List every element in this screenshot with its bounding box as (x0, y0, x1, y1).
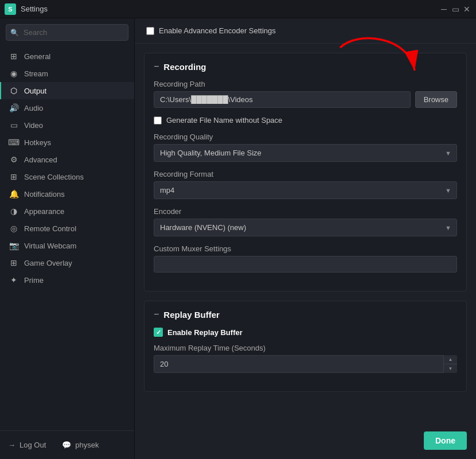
replay-buffer-section-header: − Replay Buffer (154, 309, 457, 320)
audio-icon: 🔊 (9, 103, 18, 112)
custom-muxer-label: Custom Muxer Settings (154, 244, 457, 253)
virtual-webcam-icon: 📷 (9, 241, 18, 250)
sidebar-item-hotkeys[interactable]: ⌨ Hotkeys (0, 134, 134, 151)
prime-icon: ✦ (9, 275, 18, 285)
recording-quality-select[interactable]: High Quality, Medium File Size Indisting… (154, 144, 457, 162)
generate-filename-label: Generate File Name without Space (166, 116, 282, 125)
sidebar-item-label: Output (24, 87, 46, 95)
logout-icon: → (8, 441, 15, 449)
sidebar-item-label: Remote Control (24, 224, 76, 233)
search-input[interactable] (6, 24, 128, 41)
sidebar-item-prime[interactable]: ✦ Prime (0, 271, 134, 289)
maximize-button[interactable]: ▭ (451, 5, 460, 14)
recording-format-label: Recording Format (154, 170, 457, 178)
app-body: 🔍 ⊞ General ◉ Stream ⬡ Output 🔊 Audio ▭ … (0, 18, 476, 459)
done-button-wrap: Done (424, 431, 467, 450)
sidebar-item-notifications[interactable]: 🔔 Notifications (0, 185, 134, 203)
browse-button[interactable]: Browse (415, 91, 457, 108)
hotkeys-icon: ⌨ (9, 138, 18, 147)
encoder-label: Encoder (154, 207, 457, 216)
recording-section-title: Recording (163, 62, 206, 72)
sidebar-bottom: → Log Out 💬 physek (0, 430, 134, 459)
recording-quality-label: Recording Quality (154, 133, 457, 141)
generate-filename-checkbox[interactable] (154, 116, 162, 125)
recording-format-group: Recording Format mp4 mkv mov ts fmp4 ▼ (154, 170, 457, 199)
done-button[interactable]: Done (424, 431, 467, 450)
advanced-encoder-checkbox[interactable] (146, 27, 154, 35)
user-icon: 💬 (62, 441, 71, 449)
encoder-group: Encoder Hardware (NVENC) (new) Hardware … (154, 207, 457, 236)
appearance-icon: ◑ (9, 207, 18, 216)
sidebar-item-stream[interactable]: ◉ Stream (0, 65, 134, 82)
sidebar-item-general[interactable]: ⊞ General (0, 48, 134, 65)
sidebar-item-label: General (24, 52, 50, 61)
sidebar-item-appearance[interactable]: ◑ Appearance (0, 203, 134, 220)
search-box[interactable]: 🔍 (6, 24, 128, 41)
advanced-encoder-label: Enable Advanced Encoder Settings (159, 26, 276, 35)
sidebar-item-audio[interactable]: 🔊 Audio (0, 99, 134, 116)
sidebar-item-label: Prime (24, 276, 44, 285)
username-label: physek (75, 441, 99, 449)
notifications-icon: 🔔 (9, 189, 18, 199)
sidebar-item-label: Game Overlay (24, 259, 72, 267)
output-icon: ⬡ (9, 86, 18, 95)
game-overlay-icon: ⊞ (9, 258, 18, 267)
window-title: Settings (21, 5, 439, 13)
custom-muxer-group: Custom Muxer Settings (154, 244, 457, 273)
recording-path-input[interactable] (154, 91, 411, 108)
recording-section-header: − Recording (154, 61, 457, 72)
sidebar-item-label: Notifications (24, 190, 65, 199)
sidebar-item-advanced[interactable]: ⚙ Advanced (0, 151, 134, 168)
max-replay-time-group: Maximum Replay Time (Seconds) ▲ ▼ (154, 344, 457, 373)
spinbox-arrows: ▲ ▼ (443, 355, 457, 373)
recording-section: − Recording Recording Path Bro (144, 53, 467, 291)
spinbox-down-button[interactable]: ▼ (444, 364, 457, 373)
sidebar-item-scene-collections[interactable]: ⊞ Scene Collections (0, 168, 134, 185)
enable-replay-checkbox[interactable] (154, 328, 163, 337)
sidebar-item-label: Advanced (24, 155, 57, 164)
recording-format-select-wrap: mp4 mkv mov ts fmp4 ▼ (154, 181, 457, 199)
stream-icon: ◉ (9, 69, 18, 78)
logout-label: Log Out (19, 441, 46, 449)
enable-replay-label: Enable Replay Buffer (167, 328, 243, 337)
max-replay-time-input[interactable] (154, 355, 457, 373)
recording-format-select[interactable]: mp4 mkv mov ts fmp4 (154, 181, 457, 199)
window-controls: ─ ▭ ✕ (439, 5, 471, 14)
max-replay-time-label: Maximum Replay Time (Seconds) (154, 344, 457, 352)
main-content: Enable Advanced Encoder Settings − Recor… (135, 18, 476, 459)
sidebar-item-label: Video (24, 121, 43, 130)
remote-control-icon: ◎ (9, 224, 18, 233)
recording-collapse-icon[interactable]: − (154, 61, 159, 72)
encoder-select[interactable]: Hardware (NVENC) (new) Hardware (NVENC) … (154, 219, 457, 236)
minimize-button[interactable]: ─ (439, 5, 448, 14)
max-replay-time-spinbox: ▲ ▼ (154, 355, 457, 373)
custom-muxer-input[interactable] (154, 256, 457, 273)
user-button[interactable]: 💬 physek (54, 437, 107, 453)
advanced-encoder-checkbox-row: Enable Advanced Encoder Settings (146, 26, 276, 35)
replay-buffer-collapse-icon[interactable]: − (154, 309, 159, 320)
sidebar-item-label: Audio (24, 104, 43, 112)
sidebar-item-virtual-webcam[interactable]: 📷 Virtual Webcam (0, 237, 134, 254)
close-button[interactable]: ✕ (462, 5, 471, 14)
logout-button[interactable]: → Log Out (0, 437, 54, 453)
spinbox-up-button[interactable]: ▲ (444, 355, 457, 364)
advanced-icon: ⚙ (9, 155, 18, 164)
sidebar-item-label: Virtual Webcam (24, 242, 76, 250)
general-icon: ⊞ (9, 52, 18, 61)
recording-path-row: Browse (154, 91, 457, 108)
sidebar-item-label: Hotkeys (24, 138, 51, 147)
encoder-select-wrap: Hardware (NVENC) (new) Hardware (NVENC) … (154, 219, 457, 236)
sidebar-item-output[interactable]: ⬡ Output (0, 82, 134, 99)
recording-quality-select-wrap: High Quality, Medium File Size Indisting… (154, 144, 457, 162)
sidebar-item-video[interactable]: ▭ Video (0, 116, 134, 134)
replay-buffer-section: − Replay Buffer Enable Replay Buffer Max… (144, 301, 467, 392)
title-bar: S Settings ─ ▭ ✕ (0, 0, 476, 18)
sidebar-item-label: Scene Collections (24, 173, 84, 181)
replay-buffer-section-title: Replay Buffer (163, 310, 220, 320)
generate-filename-group: Generate File Name without Space (154, 116, 457, 125)
sidebar-item-remote-control[interactable]: ◎ Remote Control (0, 220, 134, 237)
scene-collections-icon: ⊞ (9, 172, 18, 181)
sidebar-item-game-overlay[interactable]: ⊞ Game Overlay (0, 254, 134, 271)
sidebar: 🔍 ⊞ General ◉ Stream ⬡ Output 🔊 Audio ▭ … (0, 18, 135, 459)
sidebar-item-label: Stream (24, 69, 48, 78)
